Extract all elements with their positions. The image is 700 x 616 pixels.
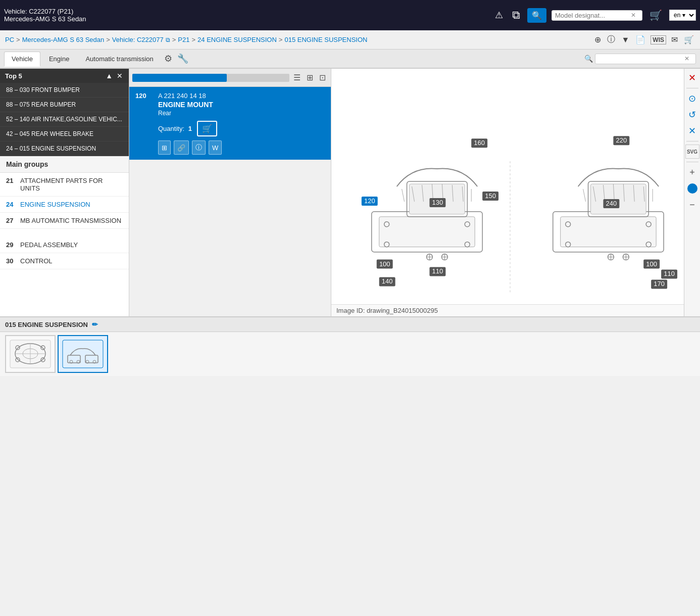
diagram-close-btn[interactable]: ✕ bbox=[685, 71, 699, 85]
tab-search-box: ✕ bbox=[595, 54, 696, 64]
image-id-text: Image ID: drawing_B24015000295 bbox=[336, 307, 438, 314]
list-view-btn[interactable]: ☰ bbox=[291, 72, 303, 83]
top5-collapse-btn[interactable]: ▲ bbox=[105, 72, 114, 80]
svg-text:110: 110 bbox=[664, 270, 675, 277]
history-tool-btn[interactable]: ↺ bbox=[685, 108, 699, 122]
parts-progress-bar bbox=[132, 74, 289, 82]
svg-line-36 bbox=[583, 189, 586, 202]
svg-text:130: 130 bbox=[432, 199, 443, 206]
alert-icon[interactable]: ⚠ bbox=[493, 9, 505, 22]
doc-icon[interactable]: 📄 bbox=[634, 34, 646, 45]
copy-icon[interactable]: ⧉ bbox=[510, 8, 522, 23]
top5-item-5[interactable]: 24 – 015 ENGINE SUSPENSION bbox=[0, 141, 129, 156]
breadcrumb-engine-suspension[interactable]: 24 ENGINE SUSPENSION bbox=[197, 36, 277, 43]
vehicle-id: Vehicle: C222077 (P21) bbox=[4, 8, 86, 15]
part-num: 120 bbox=[135, 92, 153, 100]
tab-engine[interactable]: Engine bbox=[41, 52, 77, 66]
top5-header: Top 5 ▲ ✕ bbox=[0, 69, 129, 83]
part-icon-btns: ⊞ 🔗 ⓘ W bbox=[158, 140, 325, 155]
diagram-area: 120 130 150 160 100 110 140 bbox=[331, 69, 684, 316]
svg-text:170: 170 bbox=[654, 280, 665, 288]
zoom-in-btn[interactable]: + bbox=[685, 165, 699, 179]
group-item-30[interactable]: 30 CONTROL bbox=[0, 253, 129, 269]
main-groups-header: Main groups bbox=[0, 156, 129, 173]
top5-item-1[interactable]: 88 – 030 FRONT BUMPER bbox=[0, 83, 129, 98]
group-item-24[interactable]: 24 ENGINE SUSPENSION bbox=[0, 197, 129, 213]
cart-icon-top[interactable]: 🛒 bbox=[647, 8, 664, 22]
svg-line-14 bbox=[402, 189, 405, 202]
vehicle-name: Mercedes-AMG S 63 Sedan bbox=[4, 15, 86, 23]
tab-search-clear[interactable]: ✕ bbox=[684, 55, 689, 62]
svg-text:140: 140 bbox=[382, 277, 393, 285]
wis-icon[interactable]: WIS bbox=[651, 35, 666, 44]
diagram-container[interactable]: 120 130 150 160 100 110 140 bbox=[331, 69, 684, 304]
breadcrumb-015-engine[interactable]: 015 ENGINE SUSPENSION bbox=[284, 36, 367, 43]
tabs: Vehicle Engine Automatic transmission ⚙ … bbox=[4, 52, 190, 66]
svg-text:150: 150 bbox=[485, 192, 496, 200]
breadcrumb-model[interactable]: Mercedes-AMG S 63 Sedan bbox=[22, 36, 105, 43]
group-item-27[interactable]: 27 MB AUTOMATIC TRANSMISSION bbox=[0, 213, 129, 229]
top5-item-4[interactable]: 42 – 045 REAR WHEEL BRAKE bbox=[0, 127, 129, 141]
part-link-btn[interactable]: 🔗 bbox=[174, 140, 189, 155]
tab-tool-icon[interactable]: 🔧 bbox=[175, 52, 190, 65]
add-to-cart-btn[interactable]: 🛒 bbox=[197, 121, 217, 136]
svg-text:240: 240 bbox=[606, 200, 617, 207]
svg-tool-btn[interactable]: SVG bbox=[685, 145, 699, 159]
grid-view-btn[interactable]: ⊞ bbox=[305, 72, 315, 83]
tab-search-input[interactable] bbox=[598, 55, 684, 63]
svg-rect-1 bbox=[379, 217, 475, 247]
top5-item-3[interactable]: 52 – 140 AIR INTAKE,GASOLINE VEHIC... bbox=[0, 112, 129, 127]
info-icon[interactable]: ⓘ bbox=[606, 33, 616, 46]
mail-icon[interactable]: ✉ bbox=[670, 34, 679, 45]
thumb2-svg bbox=[60, 338, 106, 370]
breadcrumb-vehicle[interactable]: Vehicle: C222077 bbox=[112, 36, 164, 43]
bottom-section-title: 015 ENGINE SUSPENSION bbox=[5, 321, 88, 328]
svg-text:110: 110 bbox=[432, 268, 443, 275]
thumbnails bbox=[0, 332, 700, 376]
thumbnail-2[interactable] bbox=[58, 335, 108, 373]
tab-vehicle[interactable]: Vehicle bbox=[4, 52, 40, 67]
view-icons: ☰ ⊞ ⊡ bbox=[291, 72, 328, 83]
quantity-value: 1 bbox=[188, 125, 192, 132]
svg-text:220: 220 bbox=[616, 136, 627, 144]
search-button[interactable]: 🔍 bbox=[527, 8, 546, 23]
part-wis-btn[interactable]: W bbox=[209, 140, 222, 155]
filter-icon[interactable]: ▼ bbox=[620, 34, 630, 45]
cart-icon-breadcrumb[interactable]: 🛒 bbox=[683, 34, 695, 45]
model-search-input[interactable] bbox=[555, 12, 631, 19]
top5-item-2[interactable]: 88 – 075 REAR BUMPER bbox=[0, 98, 129, 112]
expand-view-btn[interactable]: ⊡ bbox=[317, 72, 328, 83]
breadcrumb: PC > Mercedes-AMG S 63 Sedan > Vehicle: … bbox=[5, 36, 367, 43]
color-tool-btn[interactable]: ⊙ bbox=[685, 91, 699, 106]
breadcrumb-bar: PC > Mercedes-AMG S 63 Sedan > Vehicle: … bbox=[0, 30, 700, 50]
top5-close-btn[interactable]: ✕ bbox=[116, 72, 124, 80]
zoom-out-btn[interactable]: − bbox=[685, 198, 699, 212]
tab-automatic-transmission[interactable]: Automatic transmission bbox=[78, 52, 161, 66]
part-info-btn[interactable]: ⓘ bbox=[192, 140, 206, 155]
thumbnail-1[interactable] bbox=[5, 335, 56, 373]
bottom-section: 015 ENGINE SUSPENSION ✏ bbox=[0, 316, 700, 376]
tab-search-icon[interactable]: 🔍 bbox=[584, 55, 593, 63]
search-clear-icon[interactable]: ✕ bbox=[631, 12, 636, 19]
bottom-edit-icon[interactable]: ✏ bbox=[92, 320, 98, 328]
vehicle-info: Vehicle: C222077 (P21) Mercedes-AMG S 63… bbox=[4, 8, 86, 23]
svg-text:100: 100 bbox=[379, 260, 390, 268]
crosshair-tool-btn[interactable]: ✕ bbox=[685, 124, 699, 138]
language-select[interactable]: en ▾ bbox=[669, 10, 696, 21]
breadcrumb-pc[interactable]: PC bbox=[5, 36, 14, 43]
tab-settings-icon[interactable]: ⚙ bbox=[162, 52, 174, 65]
diagram-svg: 120 130 150 160 100 110 140 bbox=[331, 69, 684, 304]
part-sub: Rear bbox=[158, 110, 325, 117]
breadcrumb-p21[interactable]: P21 bbox=[178, 36, 189, 43]
part-table-btn[interactable]: ⊞ bbox=[158, 140, 171, 155]
group-item-21[interactable]: 21 ATTACHMENT PARTS FOR UNITS bbox=[0, 173, 129, 197]
right-assembly bbox=[553, 169, 664, 260]
top-bar-actions: ⚠ ⧉ 🔍 ✕ 🛒 en ▾ bbox=[493, 8, 696, 23]
tab-search: 🔍 ✕ bbox=[584, 54, 696, 64]
top5-label: Top 5 bbox=[5, 72, 22, 80]
zoom-in-icon[interactable]: ⊕ bbox=[593, 34, 602, 45]
group-item-29[interactable]: 29 PEDAL ASSEMBLY bbox=[0, 237, 129, 253]
main-content: Top 5 ▲ ✕ 88 – 030 FRONT BUMPER 88 – 075… bbox=[0, 69, 700, 316]
copy-icon-breadcrumb[interactable]: ⧉ bbox=[166, 36, 170, 43]
top-bar: Vehicle: C222077 (P21) Mercedes-AMG S 63… bbox=[0, 0, 700, 30]
